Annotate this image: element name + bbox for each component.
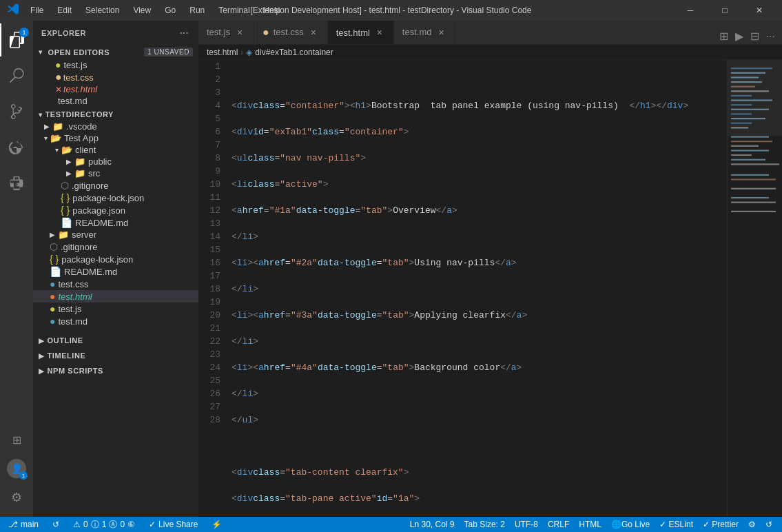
minimize-button[interactable]: ─ (675, 0, 706, 21)
timeline-label[interactable]: ▶ TIMELINE (33, 349, 198, 362)
accounts-icon[interactable]: 👤 1 (7, 459, 26, 478)
menu-view[interactable]: View (127, 4, 156, 17)
menu-run[interactable]: Run (184, 4, 210, 17)
readme-client-name: README.md (75, 218, 128, 228)
sidebar-more-icon[interactable]: ··· (178, 26, 190, 40)
server-folder[interactable]: ▶ 📁 server (33, 229, 198, 241)
svg-rect-15 (731, 136, 769, 138)
open-editor-testcss[interactable]: ● test.css (33, 71, 198, 83)
code-content[interactable]: 1 2 3 4 5 6 7 8 9 10 11 12 13 14 (198, 60, 727, 517)
json-icon: { } (61, 192, 70, 203)
open-editor-testhtml[interactable]: ✕ test.html (33, 83, 198, 95)
source-control-activity-icon[interactable] (0, 95, 33, 128)
breadcrumb-filename[interactable]: test.html (207, 48, 238, 57)
golive-label: Go Live (621, 520, 650, 529)
breadcrumb-path[interactable]: div#exTab1.container (255, 48, 333, 57)
readme-client[interactable]: 📄 README.md (33, 216, 198, 229)
position-status[interactable]: Ln 30, Col 9 (406, 517, 459, 532)
menu-selection[interactable]: Selection (80, 4, 125, 17)
tab-testcss[interactable]: ● test.css × (254, 21, 328, 44)
golive-status[interactable]: 🌐 Go Live (607, 517, 654, 532)
tab-testjs[interactable]: test.js × (198, 21, 254, 44)
gitignore-root[interactable]: ⬡ .gitignore (33, 241, 198, 253)
eol-label: CRLF (548, 520, 569, 529)
settings-activity-icon[interactable]: ⚙ (0, 481, 33, 514)
run-preview-icon[interactable]: ▶ (734, 28, 745, 44)
gitignore-client[interactable]: ⬡ .gitignore (33, 179, 198, 192)
vscode-folder[interactable]: ▶ 📁 .vscode (33, 121, 198, 132)
open-editors-header[interactable]: ▾ OPEN EDITORS 1 UNSAVED (33, 45, 198, 59)
timeline-label-text: TIMELINE (48, 351, 86, 360)
status-bar: ⎇ main ↺ ⚠ 0 ⓘ 1 Ⓐ 0 ⑥ ✓ Live Share ⚡ Ln… (0, 517, 782, 532)
refresh-status[interactable]: ↺ (761, 517, 776, 532)
code-line-16: <div class="tab-content clearfix"> (231, 466, 727, 479)
open-editors-label-text: OPEN EDITORS (48, 48, 110, 57)
extensions-activity-icon[interactable] (0, 167, 33, 200)
client-folder[interactable]: ▾ 📂 client (33, 144, 198, 156)
power-status[interactable]: ⚡ (209, 517, 225, 532)
tab-testhtml[interactable]: test.html × (328, 21, 394, 44)
testapp-folder[interactable]: ▾ 📂 Test App (33, 132, 198, 144)
package-lock-client[interactable]: { } package-lock.json (33, 192, 198, 204)
npm-scripts-label[interactable]: ▶ NPM SCRIPTS (33, 365, 198, 377)
close-button[interactable]: ✕ (743, 0, 775, 21)
tab-testmd-close[interactable]: × (435, 27, 446, 38)
folder-icon: 📁 (52, 121, 63, 132)
prettier-status[interactable]: ✓ Prettier (699, 517, 743, 532)
remote-icon[interactable]: ⊞ (0, 423, 33, 456)
editor-wrapper: test.js × ● test.css × test.html × test.… (198, 21, 782, 517)
timeline-chevron: ▶ (39, 352, 45, 360)
eslint-status[interactable]: ✓ ESLint (655, 517, 697, 532)
tabsize-status[interactable]: Tab Size: 2 (460, 517, 509, 532)
eol-status[interactable]: CRLF (544, 517, 573, 532)
encoding-status[interactable]: UTF-8 (511, 517, 542, 532)
explorer-tree: ▾ OPEN EDITORS 1 UNSAVED ● test.js ● tes… (33, 45, 198, 517)
editor-layout-icon[interactable]: ⊟ (749, 28, 761, 44)
code-editor[interactable]: 1 2 3 4 5 6 7 8 9 10 11 12 13 14 (198, 60, 727, 517)
tab-testmd[interactable]: test.md × (394, 21, 456, 44)
svg-rect-23 (731, 178, 776, 180)
client-folder-icon: 📂 (61, 145, 72, 155)
explorer-activity-icon[interactable]: 1 (0, 23, 33, 57)
readme-root[interactable]: 📄 README.md (33, 265, 198, 278)
src-folder[interactable]: ▶ 📁 src (33, 167, 198, 179)
testcss-root[interactable]: ● test.css (33, 278, 198, 290)
vscode-folder-name: .vscode (66, 121, 97, 132)
branch-status[interactable]: ⎇ main (6, 517, 41, 532)
menu-go[interactable]: Go (159, 4, 181, 17)
refresh-icon: ↺ (765, 520, 772, 529)
testmd-root[interactable]: ● test.md (33, 315, 198, 327)
open-editor-testmd[interactable]: test.md (33, 95, 198, 107)
menu-edit[interactable]: Edit (52, 4, 77, 17)
package-json-client[interactable]: { } package.json (33, 204, 198, 216)
testdirectory-header[interactable]: ▾ TESTDIRECTORY (33, 108, 198, 121)
maximize-button[interactable]: □ (709, 0, 741, 21)
more-actions-icon[interactable]: ··· (765, 29, 776, 44)
testhtml-root[interactable]: ● test.html (33, 290, 198, 303)
split-editor-icon[interactable]: ⊞ (718, 28, 730, 44)
outline-label[interactable]: ▶ OUTLINE (33, 334, 198, 347)
tab-testjs-close[interactable]: × (234, 27, 245, 38)
language-status[interactable]: HTML (575, 517, 606, 532)
close-file-icon: ✕ (55, 85, 62, 94)
menu-file[interactable]: File (25, 4, 49, 17)
info-count: 1 (102, 520, 107, 529)
package-lock-root[interactable]: { } package-lock.json (33, 253, 198, 265)
tab-testhtml-close[interactable]: × (374, 27, 385, 38)
problems-status[interactable]: ⚠ 0 ⓘ 1 Ⓐ 0 ⑥ (70, 517, 138, 532)
search-activity-icon[interactable] (0, 59, 33, 92)
remote-status[interactable]: ⚙ (744, 517, 760, 532)
liveshare-status[interactable]: ✓ Live Share (146, 517, 200, 532)
code-line-1 (231, 73, 727, 86)
src-folder-icon: 📁 (74, 168, 85, 178)
run-debug-activity-icon[interactable] (0, 131, 33, 164)
open-editor-testhtml-name: test.html (63, 84, 97, 94)
activity-bar: 1 ⊞ 👤 1 ⚙ (0, 21, 33, 517)
testjs-root[interactable]: ● test.js (33, 303, 198, 315)
sync-status[interactable]: ↺ (50, 517, 62, 532)
tab-testcss-close[interactable]: × (308, 27, 319, 38)
menu-terminal[interactable]: Terminal (213, 4, 255, 17)
public-folder[interactable]: ▶ 📁 public (33, 156, 198, 167)
open-editor-testjs[interactable]: ● test.js (33, 59, 198, 71)
svg-rect-27 (731, 211, 776, 212)
